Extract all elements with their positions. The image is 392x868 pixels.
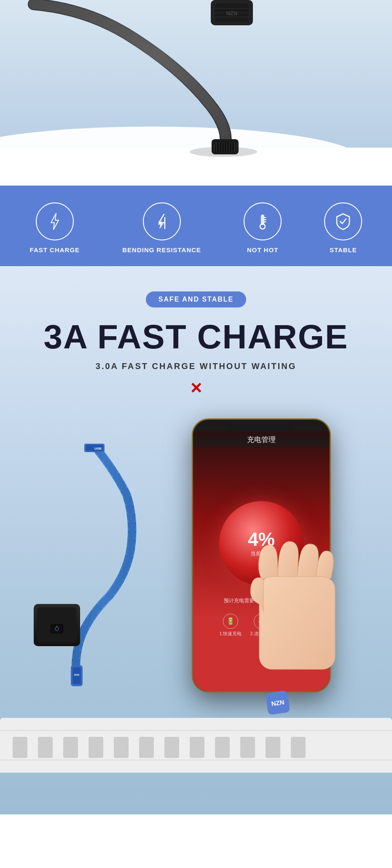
stable-label: STABLE [330,246,357,253]
fast-charge-option-icon: 🔋 [223,614,238,629]
bending-icon-container [143,202,181,240]
power-strip [0,718,392,773]
svg-rect-52 [89,737,103,758]
svg-text:USB: USB [94,447,102,450]
svg-rect-55 [164,737,179,758]
svg-rect-49 [13,737,27,758]
hero-section: NZN [0,0,392,186]
feature-not-hot: NOT HOT [244,202,282,253]
svg-rect-57 [215,737,230,758]
main-title: 3A FAST CHARGE [44,320,349,354]
features-bar: FAST CHARGE BENDING RESISTANCE [0,186,392,266]
phone-notch [228,420,295,431]
feature-stable: STABLE [324,202,362,253]
lightning-icon [45,212,64,231]
svg-rect-56 [190,737,204,758]
svg-text:NZN: NZN [74,674,79,676]
safe-badge: SAFE AND STABLE [146,291,246,307]
fast-charge-option-label: 1.快速充电 [219,631,242,637]
fast-charge-label: FAST CHARGE [30,246,80,253]
x-mark: ✕ [190,380,202,397]
svg-rect-54 [139,737,154,758]
feature-fast-charge: FAST CHARGE [30,202,80,253]
cable-illustration: NZN [0,0,392,186]
shield-icon [333,212,353,231]
svg-rect-51 [63,737,78,758]
svg-rect-58 [240,737,255,758]
hand-illustration [249,536,367,747]
sub-title: 3.0A FAST CHARGE WITHOUT WAITING [96,361,296,371]
svg-rect-45 [259,577,335,669]
phone-title-bar: 充电管理 [193,431,330,446]
svg-text:NZN: NZN [226,10,238,16]
svg-rect-53 [114,737,129,758]
svg-rect-50 [38,737,53,758]
svg-rect-59 [266,737,280,758]
fast-charge-section: SAFE AND STABLE 3A FAST CHARGE 3.0A FAST… [0,266,392,814]
charger-cable-illustration: USB NZN [8,444,160,697]
svg-rect-60 [291,737,306,758]
bending-label: BENDING RESISTANCE [122,246,201,253]
not-hot-label: NOT HOT [247,246,279,253]
svg-marker-23 [51,213,59,229]
nzn-bottom-badge: NZN [266,690,290,715]
stable-icon-container [324,202,362,240]
phone-screen-title: 充电管理 [247,436,276,444]
thermometer-icon [253,212,272,231]
bend-icon [152,212,172,231]
feature-bending: BENDING RESISTANCE [122,202,201,253]
not-hot-icon-container [244,202,282,240]
phone-scene: USB NZN 充电管理 [0,410,392,773]
power-strip-svg [0,718,392,773]
charge-option-fast: 🔋 1.快速充电 [219,614,242,637]
fast-charge-icon-container [36,202,74,240]
